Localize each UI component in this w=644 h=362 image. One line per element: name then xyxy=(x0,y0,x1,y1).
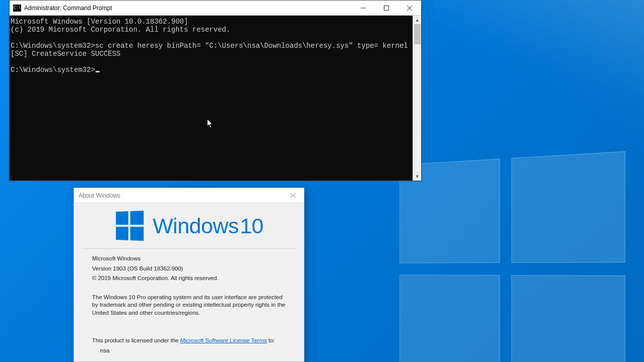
windows10-wordmark: Windows 10 xyxy=(153,214,264,238)
cmd-line: Microsoft Windows [Version 10.0.18362.90… xyxy=(11,18,188,26)
close-button[interactable] xyxy=(398,1,421,16)
scroll-up-icon[interactable]: ▲ xyxy=(413,16,422,24)
about-titlebar[interactable]: About Windows xyxy=(74,188,304,203)
divider xyxy=(82,248,296,249)
svg-rect-0 xyxy=(384,6,389,10)
minimize-button[interactable] xyxy=(352,1,375,16)
cmd-prompt: C:\Windows\system32> xyxy=(11,42,95,50)
windows10-banner: Windows 10 xyxy=(82,209,296,248)
close-button[interactable] xyxy=(281,188,304,203)
scroll-down-icon[interactable]: ▼ xyxy=(413,172,422,180)
about-product: Microsoft Windows xyxy=(92,255,286,263)
maximize-button[interactable] xyxy=(375,1,398,16)
cmd-app-icon xyxy=(13,5,21,12)
command-prompt-window: Administrator: Command Prompt Microsoft … xyxy=(9,0,422,181)
about-licensed-user: nsa xyxy=(92,347,286,355)
cmd-titlebar[interactable]: Administrator: Command Prompt xyxy=(10,1,421,16)
license-terms-link[interactable]: Microsoft Software License Terms xyxy=(180,337,267,343)
cmd-line: [SC] CreateService SUCCESS xyxy=(11,50,120,58)
wallpaper-windows-logo xyxy=(399,151,625,362)
about-windows-window: About Windows Windows 10 Microsoft Windo… xyxy=(73,188,304,362)
about-title: About Windows xyxy=(78,192,120,199)
windows-logo-icon xyxy=(116,211,143,241)
cmd-prompt: C:\Windows\system32> xyxy=(11,66,95,74)
cmd-scrollbar[interactable]: ▲ ▼ xyxy=(413,16,421,180)
about-legal: The Windows 10 Pro operating system and … xyxy=(92,294,286,317)
about-body: Windows 10 Microsoft Windows Version 190… xyxy=(74,203,304,354)
cmd-user-input: sc create heresy binPath= "C:\Users\nsa\… xyxy=(95,42,408,50)
about-license-line: This product is licensed under the Micro… xyxy=(92,337,286,345)
cmd-title: Administrator: Command Prompt xyxy=(24,5,112,12)
cmd-line: (c) 2019 Microsoft Corporation. All righ… xyxy=(11,26,230,34)
about-version: Version 1903 (OS Build 18362.900) xyxy=(92,265,286,273)
cmd-terminal[interactable]: Microsoft Windows [Version 10.0.18362.90… xyxy=(10,16,413,180)
cmd-cursor xyxy=(96,71,100,72)
scroll-thumb[interactable] xyxy=(414,24,421,44)
about-copyright: © 2019 Microsoft Corporation. All rights… xyxy=(92,275,286,283)
